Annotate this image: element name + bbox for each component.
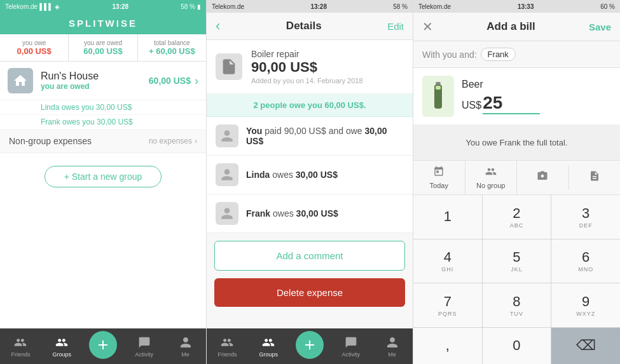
bill-item-info: Beer US$ [462, 79, 540, 114]
numpad-key-6[interactable]: 6MNO [551, 239, 620, 283]
with-label: With you and: [422, 50, 477, 60]
numpad-key-backspace[interactable]: ⌫ [551, 328, 620, 365]
split-text-linda: Linda owes 30,00 US$ [246, 170, 338, 180]
balance-row: you owe 0,00 US$ you are owed 60,00 US$ … [0, 34, 206, 62]
currency-label: US$ [462, 100, 481, 111]
nav-me-2[interactable]: Me [371, 328, 413, 364]
toolbar-group-label: No group [476, 182, 505, 189]
friends-icon [13, 335, 28, 350]
add-icon-1 [89, 331, 117, 359]
numpad-key-4[interactable]: 4GHI [413, 239, 482, 283]
non-group-label: Non-group expenses [9, 136, 92, 146]
owe-message: You owe Frank the full total. [422, 131, 611, 154]
group-arrow-icon: › [195, 74, 198, 88]
status-bar-2: Telekom.de 13:28 58 % [207, 0, 413, 13]
toolbar-date[interactable]: Today [413, 161, 465, 194]
battery-1: 58 % [181, 3, 195, 10]
nav-groups-1[interactable]: Groups [41, 328, 83, 364]
split-person-you: You [246, 126, 262, 136]
non-group-right: no expenses › [149, 137, 197, 145]
save-button[interactable]: Save [589, 22, 611, 32]
frank-owed-text: Frank owes you [41, 118, 95, 126]
split-item-linda: Linda owes 30,00 US$ [207, 156, 413, 194]
non-group-header: Non-group expenses no expenses › [0, 130, 206, 153]
status-carrier-1: Telekom.de ▌▌▌ ◈ [5, 3, 60, 10]
highlight-amount: 60,00 US$. [324, 100, 366, 110]
expense-info: Boiler repair 90,00 US$ Added by you on … [251, 49, 363, 84]
time-3: 13:33 [518, 3, 534, 10]
bill-header: ✕ Add a bill Save [413, 13, 620, 41]
status-battery-1: 58 % ▮ [181, 3, 201, 10]
nav-add-2[interactable] [289, 328, 331, 364]
bottom-nav-1: Friends Groups Activity Me [0, 328, 206, 364]
wifi-icon: ◈ [55, 3, 60, 10]
time-1: 13:28 [113, 3, 129, 10]
numpad-key-5[interactable]: 5JKL [483, 239, 551, 283]
split-person-linda: Linda [246, 170, 270, 180]
app-title: SPLITWISE [69, 18, 137, 29]
nav-activity-2[interactable]: Activity [330, 328, 371, 364]
nav-friends-label-1: Friends [11, 351, 30, 358]
numpad-key-8[interactable]: 8TUV [483, 283, 551, 327]
nav-friends-2[interactable]: Friends [207, 328, 248, 364]
group-owed-text: you are owed [41, 82, 90, 91]
nav-activity-1[interactable]: Activity [123, 328, 165, 364]
sub-item-frank: Frank owes you 30,00 US$ [0, 115, 206, 130]
split-action-frank: owes [273, 208, 296, 219]
edit-button[interactable]: Edit [387, 21, 404, 32]
back-button[interactable]: ‹ [216, 18, 220, 34]
linda-owed-text: Linda owes you [41, 103, 93, 112]
numpad-key-,[interactable]: , [413, 328, 482, 365]
expense-name: Boiler repair [251, 49, 363, 59]
balance-you-are-owed: you are owed 60,00 US$ [69, 34, 137, 61]
nav-me-1[interactable]: Me [165, 328, 206, 364]
battery-2: 58 % [393, 3, 408, 10]
toolbar-notes[interactable] [569, 165, 621, 190]
label-you-are-owed: you are owed [72, 39, 133, 46]
split-action-linda: owes [272, 170, 296, 180]
me-icon-2 [385, 335, 400, 350]
add-icon-2 [296, 331, 324, 359]
non-group-sublabel: no expenses [149, 137, 192, 145]
groups-icon-1 [54, 335, 69, 350]
split-item-you: You paid 90,00 US$ and owe 30,00 US$ [207, 117, 413, 156]
toolbar-camera[interactable] [517, 165, 569, 190]
delete-expense-button[interactable]: Delete expense [214, 278, 405, 307]
numpad-key-2[interactable]: 2ABC [483, 195, 551, 239]
with-person-tag[interactable]: Frank [481, 48, 516, 61]
label-total: total balance [142, 39, 202, 46]
numpad-key-9[interactable]: 9WXYZ [551, 283, 620, 327]
numpad-key-0[interactable]: 0 [483, 328, 551, 365]
add-comment-button[interactable]: Add a comment [214, 241, 405, 271]
group-item-runs-house[interactable]: Run's House you are owed 60,00 US$ › [0, 62, 206, 100]
split-action-you: paid 90,00 US$ and owe [265, 126, 364, 136]
close-button[interactable]: ✕ [422, 19, 433, 34]
new-group-button[interactable]: + Start a new group [45, 166, 162, 187]
battery-icon: ▮ [197, 3, 201, 10]
carrier-2: Telekom.de [212, 3, 244, 10]
numpad-key-3[interactable]: 3DEF [551, 195, 620, 239]
expense-card: Boiler repair 90,00 US$ Added by you on … [207, 40, 413, 94]
numpad: 12ABC3DEF4GHI5JKL6MNO7PQRS8TUV9WXYZ,0⌫ [413, 195, 620, 364]
numpad-key-7[interactable]: 7PQRS [413, 283, 482, 327]
amount-input[interactable] [483, 93, 540, 114]
balance-you-owe: you owe 0,00 US$ [0, 34, 69, 61]
toolbar-group[interactable]: No group [465, 161, 518, 194]
nav-add-1[interactable] [83, 328, 124, 364]
carrier-1: Telekom.de [5, 3, 38, 10]
nav-activity-label-2: Activity [342, 351, 361, 358]
item-name: Beer [462, 79, 540, 90]
carrier-3: Telekom.de [418, 3, 451, 10]
toolbar-date-label: Today [430, 182, 448, 189]
sub-item-linda: Linda owes you 30,00 US$ [0, 100, 206, 115]
split-text-frank: Frank owes 30,00 US$ [246, 208, 338, 219]
bill-amount-row: US$ [462, 93, 540, 114]
nav-groups-2[interactable]: Groups [248, 328, 289, 364]
expense-date: Added by you on 14. February 2018 [251, 77, 363, 84]
bill-title: Add a bill [486, 20, 535, 33]
split-amount-linda: 30,00 US$ [296, 170, 338, 180]
nav-friends-1[interactable]: Friends [0, 328, 41, 364]
group-amount: 60,00 US$ [149, 76, 191, 86]
split-item-frank: Frank owes 30,00 US$ [207, 194, 413, 233]
numpad-key-1[interactable]: 1 [413, 195, 482, 239]
